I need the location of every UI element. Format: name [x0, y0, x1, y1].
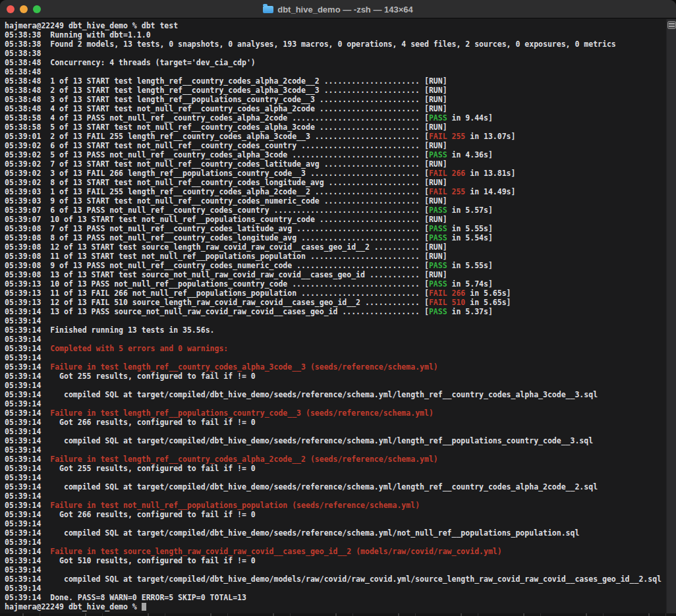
terminal-line: 05:39:07 10 of 13 START test not_null_re…	[5, 215, 666, 224]
terminal-line: 05:39:03 9 of 13 START test not_null_ref…	[5, 196, 666, 206]
terminal-line: 05:38:38 Running with dbt=1.1.0	[5, 30, 666, 40]
terminal-line: 05:39:14 compiled SQL at target/compiled…	[5, 482, 666, 491]
terminal-line: 05:39:14	[5, 491, 666, 501]
terminal-line: 05:39:14	[5, 538, 666, 547]
terminal-line: 05:39:08 7 of 13 PASS not_null_ref__coun…	[5, 224, 666, 233]
terminal-line: 05:39:13 11 of 13 FAIL 266 not_null_ref_…	[5, 289, 666, 298]
terminal-line: 05:38:48 2 of 13 START test length_ref__…	[5, 86, 666, 95]
close-button[interactable]	[7, 5, 14, 13]
terminal-line: 05:39:14	[5, 473, 666, 482]
terminal-line: 05:39:08 8 of 13 PASS not_null_ref__coun…	[5, 233, 666, 242]
terminal-line: 05:39:14	[5, 381, 666, 390]
terminal-line: 05:39:14 Failure in test length_ref__pop…	[5, 408, 666, 418]
terminal-line: hajmera@22249 dbt_hive_demo %	[5, 602, 666, 611]
terminal-line: 05:39:14 compiled SQL at target/compiled…	[5, 528, 666, 538]
terminal-line: 05:39:14 compiled SQL at target/compiled…	[5, 390, 666, 399]
terminal-line: 05:38:38	[5, 49, 666, 58]
terminal-line: 05:39:14 compiled SQL at target/compiled…	[5, 436, 666, 445]
terminal-line: 05:39:14 Got 266 results, configured to …	[5, 510, 666, 519]
terminal-line: 05:39:14	[5, 316, 666, 325]
terminal-line: 05:39:14	[5, 427, 666, 436]
terminal-line: 05:39:13 12 of 13 FAIL 510 source_length…	[5, 298, 666, 307]
terminal-line: 05:39:14 Done. PASS=8 WARN=0 ERROR=5 SKI…	[5, 593, 666, 602]
terminal-line: hajmera@22249 dbt_hive_demo % dbt test	[5, 21, 666, 30]
terminal-line: 05:39:14 Got 255 results, configured to …	[5, 372, 666, 381]
scrollbar-track[interactable]	[666, 19, 676, 613]
terminal-line: 05:39:14 Got 255 results, configured to …	[5, 464, 666, 473]
terminal-line: 05:39:13 10 of 13 PASS not_null_ref__pop…	[5, 279, 666, 289]
terminal-line: 05:39:02 7 of 13 START test not_null_ref…	[5, 159, 666, 169]
window-title: dbt_hive_demo — -zsh — 143×64	[0, 0, 676, 18]
terminal-line: 05:39:08 13 of 13 START test source_not_…	[5, 270, 666, 279]
terminal-line: 05:39:14	[5, 519, 666, 528]
terminal-line: 05:39:14	[5, 445, 666, 455]
terminal-cursor	[142, 603, 146, 611]
terminal-line: 05:38:58 5 of 13 START test not_null_ref…	[5, 123, 666, 132]
terminal-line: 05:39:14 compiled SQL at target/compiled…	[5, 574, 666, 584]
terminal-line: 05:39:07 6 of 13 PASS not_null_ref__coun…	[5, 206, 666, 215]
terminal-window: dbt_hive_demo — -zsh — 143×64 hajmera@22…	[0, 0, 676, 613]
terminal-line: 05:39:14 Got 510 results, configured to …	[5, 556, 666, 565]
terminal-line: 05:38:48 4 of 13 START test not_null_ref…	[5, 104, 666, 113]
zoom-button[interactable]	[33, 5, 41, 13]
terminal-line: 05:39:14	[5, 399, 666, 408]
terminal-line: 05:38:48	[5, 67, 666, 76]
terminal-line: 05:39:14	[5, 353, 666, 362]
terminal-line: 05:39:03 1 of 13 FAIL 255 length_ref__co…	[5, 187, 666, 196]
terminal-line: 05:39:02 8 of 13 START test not_null_ref…	[5, 178, 666, 187]
terminal-line: 05:39:08 11 of 13 START test not_null_re…	[5, 252, 666, 261]
terminal-line: 05:39:14 Failure in test length_ref__cou…	[5, 455, 666, 464]
split-pane-icon[interactable]	[667, 21, 676, 29]
terminal-line: 05:39:14	[5, 565, 666, 574]
terminal-line: 05:39:01 2 of 13 FAIL 255 length_ref__co…	[5, 132, 666, 141]
traffic-lights	[7, 5, 41, 13]
terminal-line: 05:39:02 5 of 13 PASS not_null_ref__coun…	[5, 150, 666, 159]
terminal-line: 05:39:14	[5, 584, 666, 593]
terminal-line: 05:39:14	[5, 335, 666, 344]
terminal-line: 05:39:14 Completed with 5 errors and 0 w…	[5, 344, 666, 353]
terminal-line: 05:39:08 12 of 13 START test source_leng…	[5, 242, 666, 252]
terminal-line: 05:39:14 13 of 13 PASS source_not_null_r…	[5, 307, 666, 316]
terminal-line: 05:39:02 3 of 13 FAIL 266 length_ref__po…	[5, 169, 666, 178]
terminal-line: 05:39:14 Failure in test not_null_ref__p…	[5, 501, 666, 510]
terminal-line: 05:39:02 6 of 13 START test not_null_ref…	[5, 141, 666, 150]
folder-icon	[263, 6, 273, 13]
terminal-line: 05:39:14 Finished running 13 tests in 35…	[5, 325, 666, 335]
terminal-line: 05:39:14 Got 266 results, configured to …	[5, 418, 666, 427]
terminal-line: 05:38:48 Concurrency: 4 threads (target=…	[5, 58, 666, 67]
titlebar[interactable]: dbt_hive_demo — -zsh — 143×64	[0, 0, 676, 18]
terminal-line: 05:38:48 1 of 13 START test length_ref__…	[5, 76, 666, 86]
minimize-button[interactable]	[20, 5, 28, 13]
terminal-line: 05:39:08 9 of 13 PASS not_null_ref__coun…	[5, 261, 666, 270]
window-title-text: dbt_hive_demo — -zsh — 143×64	[277, 5, 413, 14]
terminal-line: 05:38:48 3 of 13 START test length_ref__…	[5, 95, 666, 104]
terminal-output[interactable]: hajmera@22249 dbt_hive_demo % dbt test05…	[0, 19, 666, 613]
terminal-line: 05:38:58 4 of 13 PASS not_null_ref__coun…	[5, 113, 666, 123]
terminal-line: 05:38:38 Found 2 models, 13 tests, 0 sna…	[5, 40, 666, 49]
background-window-sliver	[0, 613, 676, 616]
terminal-line: 05:39:14 Failure in test source_length_r…	[5, 547, 666, 556]
terminal-line: 05:39:14 Failure in test length_ref__cou…	[5, 362, 666, 372]
